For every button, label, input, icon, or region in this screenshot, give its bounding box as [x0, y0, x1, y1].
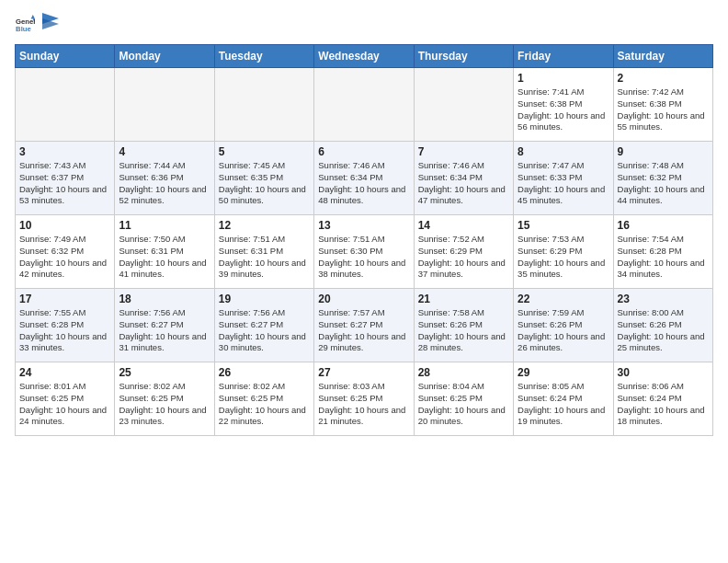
- day-number: 24: [19, 366, 110, 379]
- day-number: 27: [318, 366, 409, 379]
- day-info: Sunrise: 7:43 AM Sunset: 6:37 PM Dayligh…: [19, 160, 110, 207]
- day-info: Sunrise: 7:51 AM Sunset: 6:30 PM Dayligh…: [318, 234, 409, 281]
- calendar-cell: [115, 68, 214, 142]
- calendar-cell: 8Sunrise: 7:47 AM Sunset: 6:33 PM Daylig…: [514, 142, 613, 215]
- calendar-cell: 4Sunrise: 7:44 AM Sunset: 6:36 PM Daylig…: [115, 142, 214, 215]
- calendar-cell: 27Sunrise: 8:03 AM Sunset: 6:25 PM Dayli…: [314, 362, 414, 436]
- day-number: 4: [119, 145, 210, 158]
- weekday-header-friday: Friday: [514, 45, 613, 68]
- calendar-cell: 22Sunrise: 7:59 AM Sunset: 6:26 PM Dayli…: [514, 289, 613, 362]
- day-number: 9: [618, 145, 709, 158]
- calendar-week-row: 24Sunrise: 8:01 AM Sunset: 6:25 PM Dayli…: [16, 362, 713, 436]
- calendar-cell: 9Sunrise: 7:48 AM Sunset: 6:32 PM Daylig…: [613, 142, 712, 215]
- day-info: Sunrise: 8:06 AM Sunset: 6:24 PM Dayligh…: [618, 381, 709, 428]
- day-number: 12: [219, 219, 310, 232]
- calendar-cell: 2Sunrise: 7:42 AM Sunset: 6:38 PM Daylig…: [613, 68, 712, 142]
- calendar-cell: 25Sunrise: 8:02 AM Sunset: 6:25 PM Dayli…: [115, 362, 214, 436]
- day-number: 2: [618, 72, 709, 85]
- day-info: Sunrise: 7:56 AM Sunset: 6:27 PM Dayligh…: [119, 307, 210, 354]
- day-info: Sunrise: 7:56 AM Sunset: 6:27 PM Dayligh…: [219, 307, 310, 354]
- svg-text:Blue: Blue: [16, 25, 31, 33]
- weekday-header-sunday: Sunday: [16, 45, 115, 68]
- weekday-header-row: SundayMondayTuesdayWednesdayThursdayFrid…: [16, 45, 713, 68]
- calendar-cell: 20Sunrise: 7:57 AM Sunset: 6:27 PM Dayli…: [314, 289, 414, 362]
- day-number: 11: [119, 219, 210, 232]
- day-info: Sunrise: 8:01 AM Sunset: 6:25 PM Dayligh…: [19, 381, 110, 428]
- calendar-cell: [414, 68, 513, 142]
- calendar-cell: 1Sunrise: 7:41 AM Sunset: 6:38 PM Daylig…: [514, 68, 613, 142]
- weekday-header-thursday: Thursday: [414, 45, 513, 68]
- calendar-cell: 23Sunrise: 8:00 AM Sunset: 6:26 PM Dayli…: [613, 289, 712, 362]
- day-number: 19: [219, 293, 310, 305]
- calendar-cell: 18Sunrise: 7:56 AM Sunset: 6:27 PM Dayli…: [115, 289, 214, 362]
- day-info: Sunrise: 7:48 AM Sunset: 6:32 PM Dayligh…: [618, 160, 709, 207]
- day-info: Sunrise: 7:45 AM Sunset: 6:35 PM Dayligh…: [219, 160, 310, 207]
- day-number: 10: [19, 219, 110, 232]
- day-number: 16: [618, 219, 709, 232]
- day-info: Sunrise: 7:52 AM Sunset: 6:29 PM Dayligh…: [418, 234, 509, 281]
- calendar-cell: 12Sunrise: 7:51 AM Sunset: 6:31 PM Dayli…: [214, 215, 313, 289]
- day-number: 17: [19, 293, 110, 305]
- weekday-header-wednesday: Wednesday: [314, 45, 414, 68]
- day-info: Sunrise: 7:55 AM Sunset: 6:28 PM Dayligh…: [19, 307, 110, 354]
- day-number: 14: [418, 219, 509, 232]
- day-number: 22: [518, 293, 609, 305]
- day-info: Sunrise: 8:02 AM Sunset: 6:25 PM Dayligh…: [219, 381, 310, 428]
- day-info: Sunrise: 7:50 AM Sunset: 6:31 PM Dayligh…: [119, 234, 210, 281]
- calendar-cell: 6Sunrise: 7:46 AM Sunset: 6:34 PM Daylig…: [314, 142, 414, 215]
- weekday-header-monday: Monday: [115, 45, 214, 68]
- calendar-cell: 7Sunrise: 7:46 AM Sunset: 6:34 PM Daylig…: [414, 142, 513, 215]
- day-info: Sunrise: 8:05 AM Sunset: 6:24 PM Dayligh…: [518, 381, 609, 428]
- calendar-cell: 14Sunrise: 7:52 AM Sunset: 6:29 PM Dayli…: [414, 215, 513, 289]
- logo-flag-icon: [42, 13, 59, 33]
- day-info: Sunrise: 7:53 AM Sunset: 6:29 PM Dayligh…: [518, 234, 609, 281]
- calendar-cell: 3Sunrise: 7:43 AM Sunset: 6:37 PM Daylig…: [16, 142, 115, 215]
- day-number: 25: [119, 366, 210, 379]
- svg-marker-2: [31, 15, 35, 18]
- day-number: 7: [418, 145, 509, 158]
- calendar-cell: 19Sunrise: 7:56 AM Sunset: 6:27 PM Dayli…: [214, 289, 313, 362]
- calendar-cell: 11Sunrise: 7:50 AM Sunset: 6:31 PM Dayli…: [115, 215, 214, 289]
- calendar-cell: 10Sunrise: 7:49 AM Sunset: 6:32 PM Dayli…: [16, 215, 115, 289]
- logo: General Blue: [15, 15, 59, 35]
- calendar-cell: [314, 68, 414, 142]
- day-number: 1: [518, 72, 609, 85]
- weekday-header-tuesday: Tuesday: [214, 45, 313, 68]
- day-info: Sunrise: 7:57 AM Sunset: 6:27 PM Dayligh…: [318, 307, 409, 354]
- day-info: Sunrise: 7:54 AM Sunset: 6:28 PM Dayligh…: [618, 234, 709, 281]
- day-number: 8: [518, 145, 609, 158]
- day-number: 3: [19, 145, 110, 158]
- calendar-cell: 30Sunrise: 8:06 AM Sunset: 6:24 PM Dayli…: [613, 362, 712, 436]
- day-number: 6: [318, 145, 409, 158]
- day-info: Sunrise: 7:49 AM Sunset: 6:32 PM Dayligh…: [19, 234, 110, 281]
- calendar-cell: 26Sunrise: 8:02 AM Sunset: 6:25 PM Dayli…: [214, 362, 313, 436]
- day-info: Sunrise: 7:44 AM Sunset: 6:36 PM Dayligh…: [119, 160, 210, 207]
- calendar-week-row: 10Sunrise: 7:49 AM Sunset: 6:32 PM Dayli…: [16, 215, 713, 289]
- calendar-cell: 29Sunrise: 8:05 AM Sunset: 6:24 PM Dayli…: [514, 362, 613, 436]
- calendar-cell: 28Sunrise: 8:04 AM Sunset: 6:25 PM Dayli…: [414, 362, 513, 436]
- day-info: Sunrise: 7:42 AM Sunset: 6:38 PM Dayligh…: [618, 86, 709, 133]
- calendar-cell: 5Sunrise: 7:45 AM Sunset: 6:35 PM Daylig…: [214, 142, 313, 215]
- day-info: Sunrise: 7:41 AM Sunset: 6:38 PM Dayligh…: [518, 86, 609, 133]
- day-info: Sunrise: 8:00 AM Sunset: 6:26 PM Dayligh…: [618, 307, 709, 354]
- day-number: 30: [618, 366, 709, 379]
- day-number: 20: [318, 293, 409, 305]
- day-number: 15: [518, 219, 609, 232]
- day-number: 5: [219, 145, 310, 158]
- calendar-cell: [214, 68, 313, 142]
- day-number: 18: [119, 293, 210, 305]
- day-info: Sunrise: 8:02 AM Sunset: 6:25 PM Dayligh…: [119, 381, 210, 428]
- day-info: Sunrise: 8:03 AM Sunset: 6:25 PM Dayligh…: [318, 381, 409, 428]
- calendar-week-row: 3Sunrise: 7:43 AM Sunset: 6:37 PM Daylig…: [16, 142, 713, 215]
- calendar-cell: 17Sunrise: 7:55 AM Sunset: 6:28 PM Dayli…: [16, 289, 115, 362]
- day-info: Sunrise: 7:58 AM Sunset: 6:26 PM Dayligh…: [418, 307, 509, 354]
- calendar-cell: 15Sunrise: 7:53 AM Sunset: 6:29 PM Dayli…: [514, 215, 613, 289]
- calendar-cell: 24Sunrise: 8:01 AM Sunset: 6:25 PM Dayli…: [16, 362, 115, 436]
- calendar-cell: 21Sunrise: 7:58 AM Sunset: 6:26 PM Dayli…: [414, 289, 513, 362]
- calendar-week-row: 17Sunrise: 7:55 AM Sunset: 6:28 PM Dayli…: [16, 289, 713, 362]
- logo-icon: General Blue: [15, 15, 35, 35]
- day-number: 29: [518, 366, 609, 379]
- calendar-cell: 16Sunrise: 7:54 AM Sunset: 6:28 PM Dayli…: [613, 215, 712, 289]
- day-info: Sunrise: 7:46 AM Sunset: 6:34 PM Dayligh…: [418, 160, 509, 207]
- day-info: Sunrise: 7:59 AM Sunset: 6:26 PM Dayligh…: [518, 307, 609, 354]
